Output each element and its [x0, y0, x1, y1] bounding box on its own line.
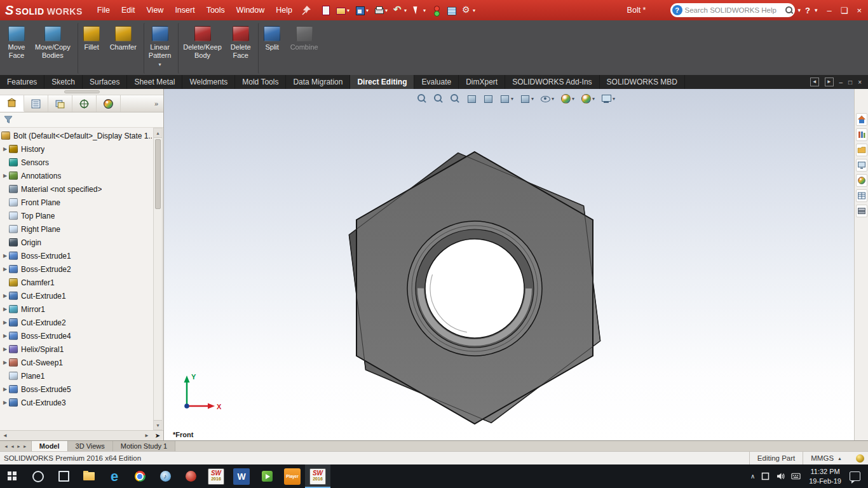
taskbar-button[interactable] — [25, 464, 51, 488]
tree-scrollbar[interactable]: ▲ ▼ — [153, 128, 163, 430]
scrollbar-thumb[interactable] — [155, 139, 161, 209]
tree-item[interactable]: ▶ Cut-Extrude2 — [1, 316, 152, 329]
command-tab[interactable]: Mold Tools — [235, 75, 286, 89]
tree-item[interactable]: ▶ Plane1 — [1, 369, 152, 383]
prev-tab-icon[interactable]: ◄ — [10, 444, 15, 449]
last-tab-icon[interactable]: ► — [23, 444, 27, 449]
scroll-right-icon[interactable]: ► — [142, 433, 152, 438]
home-tab[interactable] — [856, 113, 867, 126]
tree-item[interactable]: ▶ Chamfer1 — [1, 276, 152, 289]
toolbar-button[interactable] — [444, 4, 458, 17]
ribbon-button[interactable]: Split — [258, 23, 286, 74]
ribbon-button[interactable]: Delete/Keep Body — [178, 23, 226, 74]
doc-tab[interactable]: Model — [32, 441, 68, 451]
dock-right-icon[interactable]: ► — [825, 78, 834, 86]
tree-item[interactable]: ▶ Origin — [1, 236, 152, 249]
tree-horizontal-scrollbar[interactable]: ◄ ► ➤ — [0, 430, 163, 440]
command-tab[interactable]: Features — [0, 75, 44, 89]
ribbon-button[interactable]: Combine — [286, 23, 323, 74]
expand-arrow-icon[interactable]: ▶ — [1, 333, 9, 339]
keyboard-icon[interactable] — [791, 471, 801, 481]
toolbar-button[interactable] — [334, 4, 351, 17]
expand-arrow-icon[interactable]: ▶ — [1, 266, 9, 272]
scroll-left-icon[interactable]: ◄ — [0, 433, 10, 438]
help-search-box[interactable]: ? — [670, 3, 795, 17]
view-tool-button[interactable] — [579, 92, 597, 105]
tree-item[interactable]: ▶ Boss-Extrude1 — [1, 249, 152, 262]
toolbar-button[interactable] — [429, 4, 443, 17]
taskbar-button[interactable] — [76, 464, 102, 488]
action-center-icon[interactable] — [850, 471, 860, 481]
expand-arrow-icon[interactable]: ▶ — [1, 146, 9, 152]
toolbar-button[interactable] — [410, 4, 428, 17]
taskbar-button[interactable]: Player — [280, 464, 305, 488]
menu-item[interactable]: Insert — [169, 0, 200, 20]
taskbar-button[interactable] — [0, 464, 25, 488]
taskbar-button[interactable] — [102, 464, 127, 488]
tree-item[interactable]: ▶ History — [1, 142, 152, 156]
ribbon-button[interactable]: Fillet — [78, 23, 105, 74]
doc-close-button[interactable]: × — [858, 79, 862, 86]
toolbar-button[interactable] — [318, 4, 332, 17]
hidden-icons-chevron[interactable]: ∧ — [750, 473, 755, 480]
ribbon-button[interactable]: Move/Copy Bodies — [31, 23, 75, 74]
tree-item[interactable]: ▶ Top Plane — [1, 209, 152, 222]
expand-arrow-icon[interactable]: ▶ — [1, 346, 9, 352]
view-tool-button[interactable] — [431, 92, 445, 105]
doc-restore-button[interactable]: □ — [848, 79, 852, 86]
taskbar-button[interactable]: SW2016 — [203, 464, 229, 488]
toolbar-button[interactable] — [353, 4, 370, 17]
command-tab[interactable]: Direct Editing — [350, 75, 414, 89]
tree-item[interactable]: ▶ Helix/Spiral1 — [1, 342, 152, 356]
tree-root-item[interactable]: Bolt (Default<<Default>_Display State 1.… — [1, 129, 152, 142]
units-selector[interactable]: MMGS ▲ — [803, 452, 850, 464]
view-tool-button[interactable] — [538, 92, 556, 105]
panel-grip[interactable] — [0, 89, 163, 95]
menu-item[interactable]: Edit — [116, 0, 141, 20]
taskbar-button[interactable] — [178, 464, 203, 488]
command-tab[interactable]: Surfaces — [83, 75, 127, 89]
taskbar-button[interactable] — [153, 464, 178, 488]
document-manager-tab[interactable] — [856, 205, 867, 217]
doc-tab[interactable]: Motion Study 1 — [113, 441, 175, 451]
appearances-tab[interactable] — [856, 174, 867, 187]
view-tool-button[interactable] — [481, 92, 495, 105]
scroll-down-icon[interactable]: ▼ — [154, 420, 162, 430]
view-tool-button[interactable] — [559, 92, 576, 105]
command-tab[interactable]: Sheet Metal — [127, 75, 182, 89]
help-menu[interactable]: ? — [804, 6, 811, 15]
ribbon-button[interactable]: Linear Pattern — [144, 23, 175, 74]
command-tab[interactable]: DimXpert — [459, 75, 505, 89]
tree-item[interactable]: ▶ Cut-Extrude3 — [1, 396, 152, 409]
search-icon[interactable] — [785, 6, 794, 15]
maximize-button[interactable]: ❏ — [841, 6, 848, 15]
hex-nut-model[interactable] — [164, 89, 868, 440]
expand-arrow-icon[interactable]: ▶ — [1, 386, 9, 392]
dock-left-icon[interactable]: ◄ — [810, 78, 819, 86]
view-tool-button[interactable] — [465, 92, 478, 105]
taskbar-clock[interactable]: 11:32 PM 19-Feb-19 — [806, 467, 844, 485]
tree-item[interactable]: ▶ Front Plane — [1, 196, 152, 209]
expand-arrow-icon[interactable]: ▶ — [1, 320, 9, 325]
expand-arrow-icon[interactable]: ▶ — [1, 306, 9, 312]
graphics-viewport[interactable]: Y X *Front — [164, 89, 868, 440]
displaymanager-tab[interactable] — [97, 95, 121, 112]
doc-minimize-button[interactable]: – — [839, 79, 843, 86]
volume-icon[interactable] — [776, 471, 785, 481]
tree-item[interactable]: ▶ Right Plane — [1, 222, 152, 236]
close-button[interactable]: × — [857, 6, 862, 15]
dimxpertmanager-tab[interactable] — [72, 95, 97, 112]
tree-item[interactable]: ▶ Mirror1 — [1, 302, 152, 316]
tree-item[interactable]: ▶ Cut-Sweep1 — [1, 356, 152, 369]
expand-arrow-icon[interactable]: ▶ — [1, 173, 9, 179]
expand-arrow-icon[interactable]: ▶ — [1, 253, 9, 259]
view-tool-button[interactable] — [518, 92, 536, 105]
doc-tab[interactable]: 3D Views — [68, 441, 113, 451]
pin-icon[interactable] — [301, 4, 312, 16]
taskbar-button[interactable] — [254, 464, 280, 488]
toolbar-button[interactable] — [372, 4, 390, 17]
tree-item[interactable]: ▶ Boss-Extrude2 — [1, 262, 152, 276]
search-input[interactable] — [682, 6, 785, 14]
toolbar-button[interactable] — [391, 4, 409, 17]
command-tab[interactable]: SOLIDWORKS Add-Ins — [505, 75, 599, 89]
